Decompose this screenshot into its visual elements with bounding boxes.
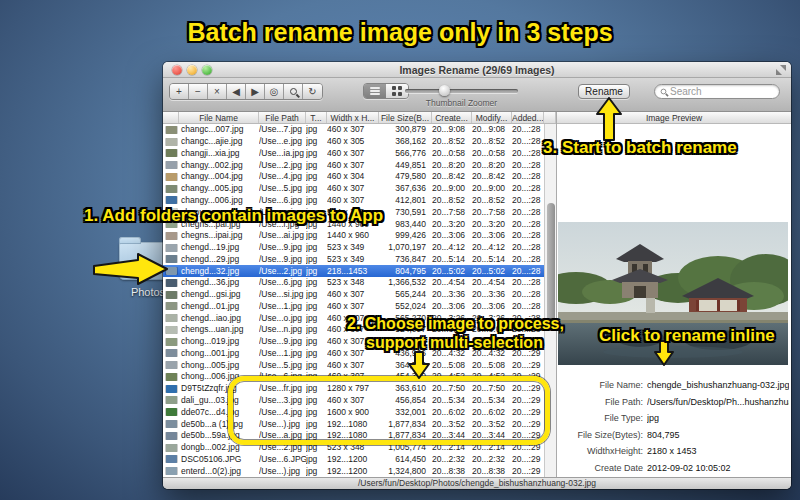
cell-size: 983,440 [379, 219, 432, 230]
cell-type: jpg [306, 336, 327, 347]
fullscreen-icon[interactable] [776, 65, 786, 75]
table-row[interactable]: chengd...32.jpg/Use...2.jpgjpg218...1453… [163, 265, 544, 277]
image-thumbnail-icon [166, 396, 177, 404]
cell-size: 412,801 [379, 195, 432, 206]
preview-button[interactable]: ◎ [265, 84, 284, 99]
cell-path: /Use...si.jpg [259, 289, 306, 300]
table-row[interactable]: chegns...ipai.jpg/Use...ai.jpgjpg1440 x … [163, 230, 544, 242]
image-thumbnail-icon [166, 173, 177, 181]
row-thumbnail [163, 455, 179, 463]
slider-knob[interactable] [439, 85, 450, 96]
image-thumbnail-icon [166, 455, 177, 463]
inline-rename-annotation: Click to rename inline [599, 326, 775, 346]
next-button[interactable]: ▶ [246, 84, 265, 99]
cell-path: /Use...2.jpg [259, 266, 306, 277]
arrow-right-icon [92, 253, 170, 285]
cell-added: 20...:29 [512, 360, 544, 371]
cell-create: 20...5:02 [432, 266, 472, 277]
table-row[interactable]: chengd...29.jpg/Use...9.jpgjpg523 x 3497… [163, 253, 544, 265]
table-row[interactable]: changc...ajie.jpg/Use...e.jpgjpg460 x 30… [163, 136, 544, 148]
add-button[interactable]: + [170, 84, 189, 99]
cell-modify: 20...4:54 [472, 277, 512, 288]
cell-added: 20...:28 [512, 301, 544, 312]
cell-size: 565,244 [379, 289, 432, 300]
cell-type: jpg [306, 301, 327, 312]
remove-button[interactable]: − [189, 84, 208, 99]
cell-dims: 523 x 348 [327, 277, 379, 288]
grid-view-icon [392, 86, 402, 96]
cell-modify: 20...0:58 [472, 148, 512, 159]
preview-icon: ◎ [270, 86, 279, 97]
next-icon: ▶ [251, 86, 259, 97]
step2-annotation-line1: 2. Choose image to process, [347, 315, 564, 333]
image-thumbnail-icon [166, 361, 177, 369]
cell-modify: 20...8:52 [472, 136, 512, 147]
previous-button[interactable]: ◀ [227, 84, 246, 99]
detail-value[interactable]: jpg [647, 413, 659, 423]
table-row[interactable]: chengd...36.jpg/Use...6.jpgjpg523 x 3481… [163, 277, 544, 289]
table-row[interactable]: DSC05106.JPG/Use...6.JPGjpg192...1200614… [163, 453, 544, 465]
column-header[interactable]: Modify... [472, 112, 512, 123]
column-header[interactable]: File Path [259, 112, 306, 123]
detail-value[interactable]: 804,795 [647, 430, 680, 440]
cell-create: 20...4:12 [432, 242, 472, 253]
table-row[interactable]: changy...005.jpg/Use...5.jpgjpg460 x 307… [163, 183, 544, 195]
detail-value[interactable]: chengde_bishushanzhuang-032.jpg [647, 380, 789, 390]
cell-path: /Use...6.JPG [259, 454, 306, 465]
preview-header: Image Preview [557, 112, 791, 124]
list-view-button[interactable] [364, 84, 386, 98]
search-input[interactable]: Search [654, 84, 780, 99]
detail-row: File Size(Bytes):804,795 [557, 430, 789, 447]
title-bar[interactable]: Images Rename (29/69 Images) [163, 62, 791, 78]
cell-name: DSC05106.JPG [179, 454, 259, 465]
row-thumbnail [163, 314, 179, 322]
column-header[interactable]: Width x H... [327, 112, 379, 123]
delete-button[interactable]: × [208, 84, 227, 99]
cell-dims: 460 x 307 [327, 148, 379, 159]
cell-name: chong...005.jpg [179, 360, 259, 371]
cell-dims: 460 x 307 [327, 195, 379, 206]
cell-added: 20...:29 [512, 466, 544, 477]
scrollbar-thumb[interactable] [547, 203, 555, 330]
table-row[interactable]: chengd...19.jpg/Use...9.jpgjpg523 x 3491… [163, 242, 544, 254]
table-row[interactable]: chong...005.jpg/Use...5.jpgjpg460 x 3073… [163, 359, 544, 371]
cell-create: 20...9:08 [432, 124, 472, 135]
table-row[interactable]: changc...007.jpg/Use...7.jpgjpg460 x 307… [163, 124, 544, 136]
cell-size: 730,591 [379, 207, 432, 218]
detail-row: File Type:jpg [557, 413, 789, 430]
detail-value[interactable]: 2012-09-02 10:05:02 [647, 463, 731, 473]
add-icon: + [176, 86, 182, 97]
cell-name: changy...006.jpg [179, 195, 259, 206]
cell-path: /Use...e.jpg [259, 136, 306, 147]
step1-annotation: 1. Add folders contain images to App [84, 206, 383, 226]
table-row[interactable]: changy...004.jpg/Use...4.jpgjpg460 x 304… [163, 171, 544, 183]
cell-path: /Use...o.jpg [259, 313, 306, 324]
column-header[interactable]: File Size(B... [379, 112, 432, 123]
cell-name: changji...xia.jpg [179, 148, 259, 159]
cell-size: 999,426 [379, 230, 432, 241]
table-row[interactable]: changy...006.jpg/Use...6.jpgjpg460 x 307… [163, 195, 544, 207]
table-row[interactable]: changy...002.jpg/Use...2.jpgjpg460 x 307… [163, 159, 544, 171]
column-header[interactable]: File Name [179, 112, 259, 123]
table-row[interactable]: enterd...0(2).jpg/Use...).jpgjpg192...12… [163, 465, 544, 477]
column-header-thumb[interactable] [163, 112, 179, 123]
image-thumbnail-icon [166, 138, 177, 146]
detail-label: Create Date [557, 463, 647, 473]
table-row[interactable]: chengd...01.jpg/Use...1.jpgjpg460 x 3075… [163, 300, 544, 312]
detail-value[interactable]: /Users/fun/Desktop/Ph...hushanzhuang-032… [647, 397, 789, 407]
detail-label: File Path: [557, 397, 647, 407]
cell-type: jpg [306, 183, 327, 194]
search-button[interactable] [284, 84, 303, 99]
cell-added: 20...:28 [512, 277, 544, 288]
table-row[interactable]: chengd...gsi.jpg/Use...si.jpgjpg460 x 30… [163, 289, 544, 301]
detail-value[interactable]: 2180 x 1453 [647, 446, 697, 456]
column-header[interactable]: Added... [512, 112, 544, 123]
refresh-button[interactable]: ↻ [303, 84, 322, 99]
table-row[interactable]: changji...xia.jpg/Use...ia.jpgjpg460 x 3… [163, 148, 544, 160]
column-header[interactable]: Create... [432, 112, 472, 123]
column-header[interactable]: T... [306, 112, 327, 123]
cell-name: chong...001.jpg [179, 348, 259, 359]
cell-type: jpg [306, 136, 327, 147]
thumbnail-zoomer-slider[interactable] [405, 89, 518, 93]
arrow-up-icon [596, 97, 622, 141]
